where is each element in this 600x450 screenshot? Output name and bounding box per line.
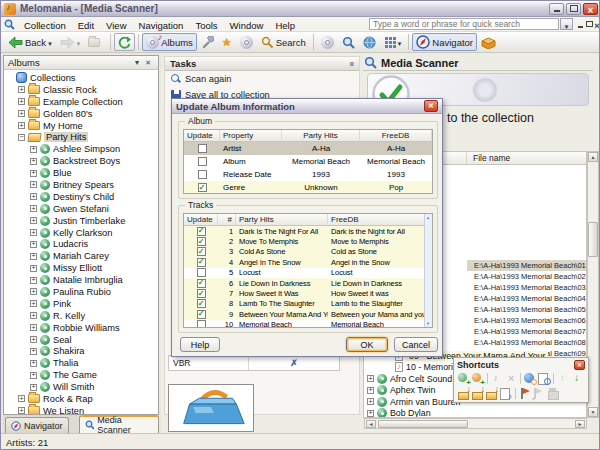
- tree-item[interactable]: Thalia: [4, 357, 158, 369]
- preview-icon[interactable]: [537, 372, 551, 385]
- update-checkbox[interactable]: [198, 144, 207, 153]
- album-row[interactable]: AlbumMemorial BeachMemorial Beach: [184, 155, 432, 168]
- column-header[interactable]: Update: [184, 214, 218, 226]
- track-row[interactable]: 10Memorial BeachMemorial Beach: [184, 320, 432, 328]
- tree-item[interactable]: Collections: [4, 72, 158, 84]
- expand-toggle-icon[interactable]: [30, 181, 37, 188]
- expand-toggle-icon[interactable]: [30, 300, 37, 307]
- panel-menu-icon[interactable]: [132, 58, 142, 67]
- expand-toggle-icon[interactable]: [367, 398, 374, 405]
- cd-button[interactable]: [236, 33, 257, 51]
- tracks-scrollbar[interactable]: [424, 214, 432, 327]
- tree-item[interactable]: Robbie Williams: [4, 322, 158, 334]
- expand-toggle-icon[interactable]: [18, 122, 25, 129]
- expand-toggle-icon[interactable]: [30, 312, 37, 319]
- tree-item[interactable]: My Home: [4, 120, 158, 132]
- expand-toggle-icon[interactable]: [18, 98, 25, 105]
- update-checkbox[interactable]: [197, 279, 206, 288]
- cancel-button[interactable]: Cancel: [394, 337, 438, 352]
- column-header[interactable]: Party Hits: [282, 130, 360, 142]
- expand-toggle-icon[interactable]: [30, 253, 37, 260]
- tree-item[interactable]: Justin Timberlake: [4, 215, 158, 227]
- track-row[interactable]: 6Lie Down In DarknessLie Down in Darknes…: [184, 278, 432, 288]
- album-row[interactable]: Release Date19931993: [184, 168, 432, 181]
- tree-item[interactable]: Shakira: [4, 345, 158, 357]
- expand-toggle-icon[interactable]: [367, 387, 374, 394]
- file-list-item[interactable]: E:\A-Ha\1993 Memorial Beach\07 - How S: [467, 326, 586, 337]
- track-row[interactable]: 5LocustLocust: [184, 268, 432, 278]
- expand-toggle-icon[interactable]: [30, 193, 37, 200]
- tools-button[interactable]: [197, 33, 218, 51]
- update-checkbox[interactable]: [197, 258, 206, 267]
- update-checkbox[interactable]: [197, 299, 206, 308]
- results-tree-item[interactable]: Aphex Twin: [365, 385, 466, 397]
- expand-toggle-icon[interactable]: [30, 277, 37, 284]
- expand-toggle-icon[interactable]: [30, 146, 37, 153]
- mdi-minimize-icon[interactable]: [576, 19, 584, 29]
- shortcuts-header[interactable]: Shortcuts: [454, 358, 588, 371]
- update-checkbox[interactable]: [197, 268, 206, 277]
- tree-item[interactable]: Kelly Clarkson: [4, 227, 158, 239]
- scroll-right-icon[interactable]: [575, 420, 585, 428]
- track-row[interactable]: 1Dark Is The Night For AllDark is the Ni…: [184, 226, 432, 236]
- up-level-button[interactable]: [84, 33, 107, 51]
- expand-toggle-icon[interactable]: [30, 241, 37, 248]
- burn-cd-button[interactable]: [317, 33, 338, 51]
- tree-item[interactable]: Pink: [4, 298, 158, 310]
- expand-toggle-icon[interactable]: [367, 410, 374, 417]
- expand-toggle-icon[interactable]: [18, 134, 25, 141]
- menu-tools[interactable]: Tools: [189, 20, 223, 31]
- collection-box-button[interactable]: [477, 33, 500, 51]
- move-down-icon[interactable]: [570, 372, 584, 385]
- close-button[interactable]: [583, 3, 598, 15]
- views-button[interactable]: [380, 33, 406, 51]
- expand-toggle-icon[interactable]: [18, 86, 25, 93]
- tree-item[interactable]: R. Kelly: [4, 310, 158, 322]
- expand-toggle-icon[interactable]: [18, 110, 25, 117]
- update-checkbox[interactable]: [197, 320, 206, 328]
- refresh-button[interactable]: [114, 33, 135, 51]
- flag-icon[interactable]: [518, 387, 532, 400]
- import-file-icon[interactable]: [457, 387, 471, 400]
- import-list-icon[interactable]: [485, 387, 499, 400]
- menu-navigation[interactable]: Navigation: [133, 20, 190, 31]
- column-header[interactable]: Property: [220, 130, 282, 142]
- tree-item[interactable]: Backstreet Boys: [4, 155, 158, 167]
- tree-item[interactable]: The Game: [4, 369, 158, 381]
- column-header[interactable]: FreeDB: [328, 214, 432, 226]
- media-scanner-button[interactable]: [338, 33, 359, 51]
- tasks-header[interactable]: Tasks: [165, 57, 359, 71]
- file-list-item[interactable]: E:\A-Ha\1993 Memorial Beach\05 - Locus: [467, 304, 586, 315]
- file-list-item[interactable]: E:\A-Ha\1993 Memorial Beach\01 - Dark: [467, 260, 586, 271]
- shortcuts-close-icon[interactable]: [574, 360, 585, 370]
- minimize-button[interactable]: [549, 3, 564, 15]
- favorites-button[interactable]: [218, 33, 236, 51]
- expand-toggle-icon[interactable]: [30, 158, 37, 165]
- import-folder-icon[interactable]: [471, 387, 485, 400]
- expand-toggle-icon[interactable]: [30, 170, 37, 177]
- hscroll-thumb[interactable]: [378, 420, 468, 428]
- file-name-column-header[interactable]: File name: [473, 153, 510, 163]
- tree-item[interactable]: Paulina Rubio: [4, 286, 158, 298]
- expand-toggle-icon[interactable]: [18, 407, 25, 414]
- expand-toggle-icon[interactable]: [30, 324, 37, 331]
- scroll-thumb[interactable]: [588, 222, 598, 257]
- tree-item[interactable]: Rock & Rap: [4, 393, 158, 405]
- tree-item[interactable]: Ashlee Simpson: [4, 143, 158, 155]
- albums-button[interactable]: Albums: [142, 33, 197, 51]
- tree-item[interactable]: Blue: [4, 167, 158, 179]
- menu-help[interactable]: Help: [269, 20, 301, 31]
- tree-item[interactable]: Britney Spears: [4, 179, 158, 191]
- expand-toggle-icon[interactable]: [30, 348, 37, 355]
- task-item[interactable]: Scan again: [165, 71, 359, 87]
- album-row[interactable]: GenreUnknownPop: [184, 181, 432, 194]
- horizontal-scrollbar[interactable]: [364, 418, 587, 429]
- menu-edit[interactable]: Edit: [72, 20, 100, 31]
- tree-item[interactable]: Seal: [4, 334, 158, 346]
- tree-item[interactable]: Party Hits: [4, 131, 158, 143]
- expand-toggle-icon[interactable]: [30, 336, 37, 343]
- column-divider[interactable]: [466, 152, 467, 164]
- file-list-item[interactable]: E:\A-Ha\1993 Memorial Beach\06 - Lie Do: [467, 315, 586, 326]
- file-list-item[interactable]: E:\A-Ha\1993 Memorial Beach\08 - Lamb: [467, 337, 586, 348]
- track-row[interactable]: 8Lamb To The SlaughterLamb to the Slaugh…: [184, 299, 432, 309]
